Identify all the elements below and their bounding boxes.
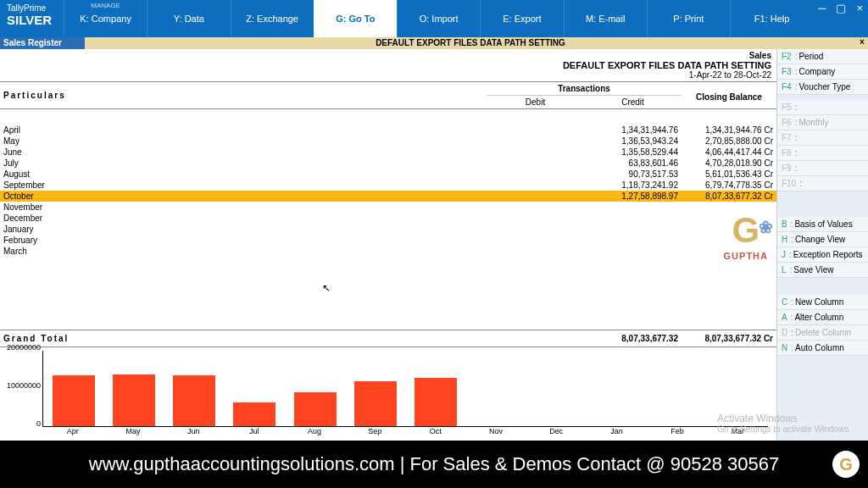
- x-tick: Dec: [526, 427, 587, 435]
- title-bar: TallyPrime SILVER MANAGEK: Company Y: Da…: [0, 0, 868, 37]
- table-row[interactable]: May1,36,53,943.242,70,85,888.00 Cr: [0, 136, 776, 147]
- bar-wrap: [164, 351, 225, 426]
- table-row[interactable]: August90,73,517.535,61,01,536.43 Cr: [0, 169, 776, 180]
- swirl-icon: ❀: [759, 217, 773, 237]
- chart-xlabels: AprMayJunJulAugSepOctNovDecJanFebMar: [42, 427, 768, 435]
- sidebar-label: New Column: [795, 297, 843, 307]
- sidebar-key: F6: [782, 118, 792, 127]
- menu-import[interactable]: O: Import: [397, 0, 480, 37]
- x-tick: Jun: [164, 427, 224, 435]
- report-header: Sales DEFAULT EXPORT FILES DATA PATH SET…: [0, 49, 776, 81]
- bar-wrap: [526, 351, 587, 426]
- table-row[interactable]: June1,35,58,529.444,06,44,417.44 Cr: [0, 147, 776, 158]
- bar: [173, 375, 215, 426]
- sidebar-label: Company: [798, 67, 835, 76]
- voucher-type-title: Sales: [5, 51, 771, 60]
- header-transactions: Transactions: [487, 82, 682, 95]
- maximize-icon[interactable]: ▢: [836, 2, 846, 14]
- report-period: 1-Apr-22 to 28-Oct-22: [5, 70, 771, 80]
- month-rows: April1,34,31,944.761,34,31,944.76 CrMay1…: [0, 125, 776, 257]
- table-row[interactable]: December: [0, 213, 776, 224]
- sidebar-key: F7: [782, 133, 792, 142]
- credit-cell: 1,36,53,943.24: [584, 136, 682, 146]
- table-row[interactable]: January: [0, 224, 776, 235]
- sidebar-key: C: [782, 297, 787, 307]
- sidebar-button: F10:: [777, 176, 868, 191]
- menu-goto[interactable]: G: Go To: [314, 0, 397, 37]
- sidebar-button: F6:Monthly: [777, 115, 868, 130]
- menu-help[interactable]: F1: Help: [730, 0, 813, 37]
- sidebar-button[interactable]: C:New Column: [777, 295, 868, 310]
- sidebar-key: J: [782, 250, 786, 259]
- sidebar-key: F5: [782, 103, 792, 112]
- month-cell: October: [0, 191, 584, 201]
- month-cell: April: [0, 125, 584, 135]
- menu-data[interactable]: Y: Data: [147, 0, 230, 37]
- table-row[interactable]: July63,83,601.464,70,28,018.90 Cr: [0, 158, 776, 169]
- sidebar-label: Basis of Values: [794, 219, 852, 229]
- sidebar-button[interactable]: F4:Voucher Type: [777, 80, 868, 95]
- chart-plot: [42, 351, 768, 427]
- sidebar-button[interactable]: A:Alter Column: [777, 310, 868, 325]
- footer-banner: www.gupthaaccountingsolutions.com | For …: [0, 441, 868, 488]
- watermark-logo: G❀ GUPTHA: [724, 210, 768, 261]
- sidebar-button[interactable]: H:Change View: [777, 232, 868, 247]
- month-cell: May: [0, 136, 584, 146]
- menu-company[interactable]: MANAGEK: Company: [64, 0, 147, 37]
- sidebar-button[interactable]: L:Save View: [777, 263, 868, 278]
- sidebar-button[interactable]: N:Auto Column: [777, 341, 868, 356]
- x-tick: Apr: [42, 427, 103, 435]
- monthly-chart: 01000000020000000 AprMayJunJulAugSepOctN…: [0, 347, 776, 441]
- credit-cell: 63,83,601.46: [584, 158, 682, 168]
- sidebar-label: Exception Reports: [793, 250, 863, 259]
- report-name: Sales Register: [0, 37, 85, 49]
- grand-total-balance: 8,07,33,677.32 Cr: [682, 334, 776, 343]
- menu-export[interactable]: E: Export: [480, 0, 563, 37]
- table-row[interactable]: November: [0, 202, 776, 213]
- balance-cell: 2,70,85,888.00 Cr: [682, 136, 776, 146]
- close-icon[interactable]: ×: [856, 2, 863, 14]
- month-cell: December: [0, 214, 584, 223]
- x-tick: Oct: [405, 427, 465, 435]
- menu-exchange[interactable]: Z: Exchange: [231, 0, 314, 37]
- minimize-icon[interactable]: ─: [818, 2, 826, 14]
- product-edition: SILVER: [7, 13, 57, 27]
- sidebar-button[interactable]: F2:Period: [777, 49, 868, 64]
- company-name: DEFAULT EXPORT FILES DATA PATH SETTING: [5, 60, 771, 70]
- sidebar-button[interactable]: J:Exception Reports: [777, 247, 868, 263]
- sidebar-key: A: [782, 313, 787, 322]
- table-row[interactable]: February: [0, 235, 776, 246]
- bar-wrap: [225, 351, 285, 426]
- footer-badge: G: [832, 451, 860, 478]
- table-row[interactable]: April1,34,31,944.761,34,31,944.76 Cr: [0, 125, 776, 136]
- bar: [354, 381, 397, 426]
- header-particulars: Particulars: [0, 82, 487, 108]
- sidebar-button: F8:: [777, 146, 868, 161]
- chart-yaxis: 01000000020000000: [3, 347, 42, 424]
- month-cell: March: [0, 247, 584, 256]
- header-debit: Debit: [487, 96, 584, 108]
- balance-cell: 4,70,28,018.90 Cr: [682, 158, 776, 168]
- sidebar-key: F10: [782, 179, 796, 188]
- bar-wrap: [285, 351, 345, 426]
- table-row[interactable]: September1,18,73,241.926,79,74,778.35 Cr: [0, 180, 776, 191]
- sidebar-key: N: [782, 343, 787, 352]
- menu-print[interactable]: P: Print: [647, 0, 730, 37]
- sidebar-button[interactable]: B:Basis of Values: [777, 217, 868, 232]
- spacer: ↖: [0, 257, 776, 330]
- sidebar-key: D: [782, 328, 787, 337]
- sidebar-button[interactable]: F3:Company: [777, 64, 868, 80]
- table-row[interactable]: March: [0, 246, 776, 257]
- right-sidebar: F2:PeriodF3:CompanyF4:Voucher Type F5:F6…: [776, 49, 868, 441]
- sidebar-label: Delete Column: [795, 328, 851, 337]
- x-tick: Aug: [284, 427, 344, 435]
- table-row[interactable]: October1,27,58,898.978,07,33,677.32 Cr: [0, 191, 776, 202]
- month-cell: January: [0, 225, 584, 234]
- sidebar-button: D:Delete Column: [777, 325, 868, 341]
- month-cell: November: [0, 202, 584, 212]
- menu-email[interactable]: M: E-mail: [564, 0, 647, 37]
- bar-wrap: [103, 351, 164, 426]
- sidebar-button: F5:: [777, 100, 868, 115]
- close-report-icon[interactable]: ×: [856, 37, 868, 49]
- product-name: TallyPrime: [7, 3, 57, 13]
